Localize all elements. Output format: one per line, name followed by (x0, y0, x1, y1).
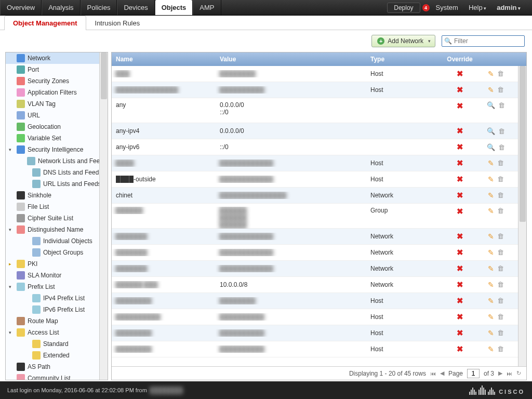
edit-icon[interactable]: ✎ (488, 70, 494, 78)
sidebar-item-url-lists-and-feeds[interactable]: URL Lists and Feeds (6, 178, 108, 190)
edit-icon[interactable]: ✎ (488, 329, 494, 337)
filter-box[interactable]: 🔍 (442, 35, 525, 47)
delete-icon[interactable]: 🗑 (497, 313, 504, 321)
delete-icon[interactable]: 🗑 (497, 207, 504, 215)
edit-icon[interactable]: ✎ (488, 207, 494, 215)
sidebar-scrollbar[interactable] (99, 52, 108, 380)
menu-devices[interactable]: Devices (117, 0, 154, 15)
table-row: any-ipv6::/0✖🔍🗑 (112, 139, 526, 155)
col-name[interactable]: Name (112, 56, 216, 63)
sidebar-item-vlan-tag[interactable]: VLAN Tag (6, 98, 108, 110)
sidebar-item-sinkhole[interactable]: Sinkhole (6, 190, 108, 201)
delete-icon[interactable]: 🗑 (497, 86, 504, 94)
edit-icon[interactable]: ✎ (488, 313, 494, 321)
override-x-icon: ✖ (457, 328, 463, 338)
sidebar-item-individual-objects[interactable]: Individual Objects (6, 235, 108, 247)
delete-icon[interactable]: 🗑 (497, 232, 504, 241)
sidebar-item-network[interactable]: Network (6, 52, 108, 64)
edit-icon[interactable]: ✎ (488, 175, 494, 183)
col-type[interactable]: Type (366, 56, 439, 63)
sidebar-item-dns-lists-and-feeds[interactable]: DNS Lists and Feeds (6, 167, 108, 178)
sidebar-item-geolocation[interactable]: Geolocation (6, 121, 108, 132)
sidebar-item-standard[interactable]: Standard (6, 338, 108, 350)
add-network-button[interactable]: + Add Network (371, 35, 435, 47)
edit-icon[interactable]: ✎ (488, 159, 494, 167)
view-icon[interactable]: 🔍 (487, 143, 495, 151)
tab-intrusion-rules[interactable]: Intrusion Rules (86, 16, 149, 30)
menu-overview[interactable]: Overview (0, 0, 42, 15)
sidebar-item-security-intelligence[interactable]: ▾Security Intelligence (6, 144, 108, 155)
col-override[interactable]: Override (439, 56, 481, 63)
sidebar-item-label: Individual Objects (43, 237, 92, 245)
edit-icon[interactable]: ✎ (488, 297, 494, 305)
edit-icon[interactable]: ✎ (488, 345, 494, 353)
pager-last-icon[interactable]: ⏭ (507, 370, 512, 377)
sidebar-item-cipher-suite-list[interactable]: Cipher Suite List (6, 212, 108, 224)
edit-icon[interactable]: ✎ (488, 264, 494, 273)
deploy-button[interactable]: Deploy (387, 3, 420, 13)
cell-type: Host (366, 297, 439, 304)
delete-icon[interactable]: 🗑 (497, 281, 504, 289)
sidebar-item-file-list[interactable]: File List (6, 201, 108, 212)
menu-admin[interactable]: admin (493, 4, 525, 11)
delete-icon[interactable]: 🗑 (497, 329, 504, 337)
sidebar-item-url[interactable]: URL (6, 110, 108, 121)
sidebar-item-access-list[interactable]: ▾Access List (6, 327, 108, 338)
sidebar-item-port[interactable]: Port (6, 64, 108, 75)
edit-icon[interactable]: ✎ (488, 191, 494, 200)
edit-icon[interactable]: ✎ (488, 232, 494, 241)
feed-icon (32, 180, 41, 188)
view-icon[interactable]: 🔍 (487, 101, 495, 109)
sidebar-item-sla-monitor[interactable]: SLA Monitor (6, 270, 108, 281)
pager-first-icon[interactable]: ⏮ (430, 370, 436, 377)
sidebar-item-variable-set[interactable]: Variable Set (6, 132, 108, 144)
edit-icon[interactable]: ✎ (488, 248, 494, 257)
sidebar-item-ipv6-prefix-list[interactable]: IPv6 Prefix List (6, 304, 108, 315)
sidebar-item-label: URL (28, 112, 40, 119)
menu-help[interactable]: Help (464, 4, 490, 11)
delete-icon[interactable]: 🗑 (497, 248, 504, 257)
delete-icon[interactable]: 🗑 (498, 127, 505, 135)
sidebar-item-network-lists-and-feeds[interactable]: Network Lists and Feeds (6, 155, 108, 167)
menu-amp[interactable]: AMP (193, 0, 221, 15)
col-value[interactable]: Value (216, 56, 366, 63)
pager-refresh-icon[interactable]: ↻ (516, 370, 521, 377)
sidebar-item-ipv4-prefix-list[interactable]: IPv4 Prefix List (6, 292, 108, 304)
pager-prev-icon[interactable]: ◀ (440, 370, 444, 377)
cell-value: ████████ (216, 70, 366, 77)
sidebar-item-distinguished-name[interactable]: ▾Distinguished Name (6, 224, 108, 235)
sidebar-item-application-filters[interactable]: Application Filters (6, 87, 108, 98)
menu-objects[interactable]: Objects (155, 0, 193, 15)
sidebar-item-community-list[interactable]: Community List (6, 373, 108, 380)
menu-system[interactable]: System (432, 4, 462, 11)
sidebar-item-extended[interactable]: Extended (6, 350, 108, 361)
sidebar-item-route-map[interactable]: Route Map (6, 315, 108, 327)
filter-input[interactable] (454, 37, 522, 45)
pager-page-input[interactable] (467, 369, 480, 378)
view-icon[interactable]: 🔍 (487, 127, 495, 135)
delete-icon[interactable]: 🗑 (497, 297, 504, 305)
sidebar-item-as-path[interactable]: AS Path (6, 361, 108, 373)
sidebar-item-object-groups[interactable]: Object Groups (6, 247, 108, 258)
delete-icon[interactable]: 🗑 (497, 191, 504, 200)
menu-analysis[interactable]: Analysis (42, 0, 80, 15)
delete-icon[interactable]: 🗑 (497, 159, 504, 167)
alert-badge[interactable]: 4 (422, 4, 430, 11)
edit-icon[interactable]: ✎ (488, 86, 494, 94)
cell-name: ██████ (112, 207, 216, 214)
delete-icon[interactable]: 🗑 (497, 264, 504, 273)
delete-icon[interactable]: 🗑 (497, 345, 504, 353)
sidebar-item-security-zones[interactable]: Security Zones (6, 75, 108, 87)
menu-policies[interactable]: Policies (81, 0, 117, 15)
pfx4-icon (32, 294, 41, 302)
tab-object-management[interactable]: Object Management (4, 16, 86, 30)
delete-icon[interactable]: 🗑 (497, 70, 504, 78)
grid-scrollbar[interactable] (518, 66, 526, 366)
sidebar-item-pki[interactable]: ▸PKI (6, 258, 108, 270)
sidebar-item-prefix-list[interactable]: ▾Prefix List (6, 281, 108, 292)
delete-icon[interactable]: 🗑 (497, 175, 504, 183)
delete-icon[interactable]: 🗑 (498, 101, 505, 109)
delete-icon[interactable]: 🗑 (498, 143, 505, 151)
pager-next-icon[interactable]: ▶ (498, 370, 502, 377)
edit-icon[interactable]: ✎ (488, 281, 494, 289)
